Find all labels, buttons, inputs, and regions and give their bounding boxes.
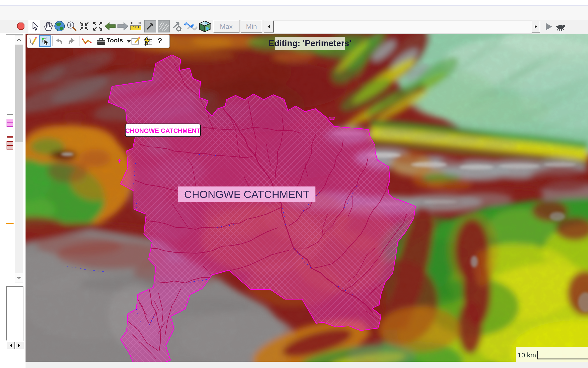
svg-text:Editing: 'Perimeters': Editing: 'Perimeters' [269,38,351,48]
svg-text:10 km: 10 km [518,351,536,359]
svg-text:CHONGWE CATCHMENT: CHONGWE CATCHMENT [125,127,200,134]
svg-text:CHONGWE CATCHMENT: CHONGWE CATCHMENT [184,188,309,200]
